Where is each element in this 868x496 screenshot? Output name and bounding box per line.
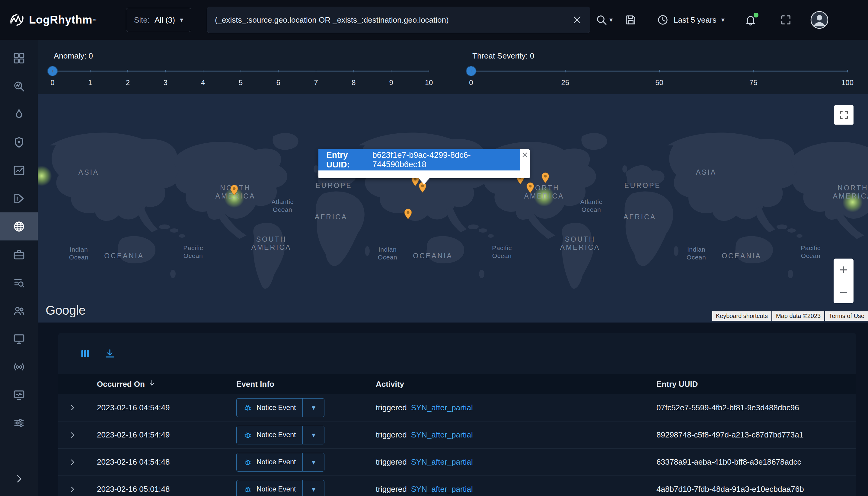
occurred-on-cell: 2023-02-16 05:01:48 [97, 484, 236, 494]
activity-link[interactable]: SYN_after_partial [411, 403, 473, 413]
zoom-in-button[interactable]: + [834, 259, 853, 281]
sidebar-item-dashboard[interactable] [0, 44, 38, 72]
analyze-search-icon [13, 80, 25, 93]
dashboard-icon [13, 52, 25, 65]
entry-uuid-cell: 89298748-c5f8-497d-a213-c87d7bd773a1 [656, 430, 856, 439]
table-row: 2023-02-16 04:54:49 Notice Event▾ trigge… [58, 421, 856, 448]
notice-event-caret[interactable]: ▾ [302, 399, 324, 417]
slider-tick [429, 70, 429, 73]
clock-icon [657, 14, 669, 26]
deployment-monitor-icon [13, 389, 25, 401]
row-expand-icon[interactable] [68, 431, 76, 439]
map-pin-icon[interactable] [526, 182, 534, 193]
threat-severity-slider: Threat Severity: 0 0255075100 [471, 40, 848, 94]
popup-close-icon[interactable] [521, 151, 529, 159]
top-bar: LogRhythm™ Site: All (3) ▾ ▾ Las [0, 0, 868, 40]
app-fullscreen-icon[interactable] [780, 14, 792, 26]
bug-icon [243, 458, 252, 467]
popup-tail [418, 178, 429, 184]
user-avatar[interactable] [810, 10, 829, 30]
column-entry-uuid[interactable]: Entry UUID [656, 379, 856, 389]
endpoint-monitor-icon [13, 332, 25, 345]
time-range-value: Last 5 years [674, 15, 716, 25]
activity-verb: triggered [376, 430, 407, 439]
activity-link[interactable]: SYN_after_partial [411, 484, 473, 494]
sidebar-item-network-radio[interactable] [0, 353, 38, 381]
events-table-panel: Occurred On Event Info Activity Entry UU… [58, 333, 856, 496]
sidebar-item-shield[interactable] [0, 128, 38, 156]
sidebar-item-threat-flame[interactable] [0, 100, 38, 128]
google-logo[interactable]: Google [46, 303, 86, 318]
download-icon[interactable] [104, 348, 116, 359]
slider-tick-label: 1 [88, 78, 92, 87]
column-event-info[interactable]: Event Info [236, 379, 376, 389]
map-pin-icon[interactable] [230, 185, 238, 196]
activity-link[interactable]: SYN_after_partial [411, 458, 473, 467]
sidebar-item-alarm-tag[interactable] [0, 184, 38, 212]
case-briefcase-icon [13, 248, 25, 261]
keyboard-shortcuts-link[interactable]: Keyboard shortcuts [712, 311, 772, 321]
sidebar-item-endpoint-monitor[interactable] [0, 325, 38, 353]
notifications-button[interactable] [745, 14, 757, 26]
notice-event-button[interactable]: Notice Event▾ [236, 398, 324, 417]
clear-query-icon[interactable] [572, 15, 582, 25]
map-zoom-control: + − [834, 259, 853, 303]
map-pin-icon[interactable] [542, 172, 549, 183]
map-pin-icon[interactable] [404, 208, 412, 219]
search-caret-icon[interactable]: ▾ [609, 17, 613, 23]
map-data-label[interactable]: Map data ©2023 [772, 311, 824, 321]
activity-link[interactable]: SYN_after_partial [411, 430, 473, 439]
notice-event-caret[interactable]: ▾ [302, 426, 324, 444]
zoom-out-button[interactable]: − [834, 281, 853, 304]
sidebar-item-deployment-monitor[interactable] [0, 381, 38, 409]
notice-event-caret[interactable]: ▾ [302, 453, 324, 471]
site-label: Site: [134, 15, 150, 25]
map-glow-marker[interactable] [842, 192, 863, 212]
activity-verb: triggered [376, 484, 407, 494]
row-expand-icon[interactable] [68, 404, 76, 412]
settings-sliders-icon [13, 417, 25, 429]
slider-tick-label: 4 [201, 78, 205, 87]
threat-slider-track[interactable] [471, 71, 848, 72]
table-body: 2023-02-16 04:54:49 Notice Event▾ trigge… [58, 394, 856, 496]
sidebar-item-settings-sliders[interactable] [0, 409, 38, 437]
row-expand-icon[interactable] [68, 485, 76, 493]
sidebar-item-people[interactable] [0, 297, 38, 325]
row-expand-icon[interactable] [68, 458, 76, 466]
columns-icon[interactable] [79, 348, 91, 359]
anomaly-slider: Anomaly: 0 012345678910 [52, 40, 429, 94]
notice-event-caret[interactable]: ▾ [302, 480, 324, 496]
site-selector[interactable]: Site: All (3) ▾ [126, 8, 191, 32]
notice-event-label: Notice Event [257, 458, 296, 466]
notice-event-button[interactable]: Notice Event▾ [236, 480, 324, 496]
sort-desc-icon[interactable] [148, 379, 156, 389]
sidebar-expand-button[interactable] [0, 468, 38, 490]
slider-tick [659, 70, 660, 73]
table-row: 2023-02-16 04:54:48 Notice Event▾ trigge… [58, 448, 856, 476]
sidebar-item-saved-searches[interactable] [0, 268, 38, 297]
anomaly-slider-track[interactable] [52, 71, 429, 72]
search-icon[interactable] [595, 14, 608, 26]
column-activity[interactable]: Activity [376, 379, 656, 389]
geo-map[interactable]: ASIANORTH AMERICAEUROPEAFRICASOUTH AMERI… [38, 94, 868, 323]
slider-tick [203, 70, 203, 73]
map-glow-marker[interactable] [534, 186, 554, 207]
entry-uuid-cell: 4a8b7d10-7fdb-48da-91a3-e10ecbdaa76b [656, 484, 856, 494]
saved-searches-icon [13, 276, 25, 289]
time-range-selector[interactable]: Last 5 years ▾ [657, 14, 725, 26]
slider-tick-label: 0 [469, 78, 473, 87]
column-occurred-on[interactable]: Occurred On [97, 379, 236, 389]
map-fullscreen-button[interactable] [834, 105, 853, 125]
slider-tick [316, 70, 316, 73]
slider-tick [90, 70, 91, 73]
sidebar-item-case-briefcase[interactable] [0, 241, 38, 268]
terms-of-use-link[interactable]: Terms of Use [825, 311, 868, 321]
sidebar-item-geo-globe[interactable] [0, 212, 38, 241]
notice-event-button[interactable]: Notice Event▾ [236, 453, 324, 471]
search-query-input[interactable] [215, 15, 572, 25]
slider-tick [471, 70, 471, 73]
sidebar-item-analyze-search[interactable] [0, 72, 38, 100]
sidebar-item-reports-chart[interactable] [0, 156, 38, 184]
save-search-icon[interactable] [625, 14, 637, 26]
notice-event-button[interactable]: Notice Event▾ [236, 426, 324, 445]
